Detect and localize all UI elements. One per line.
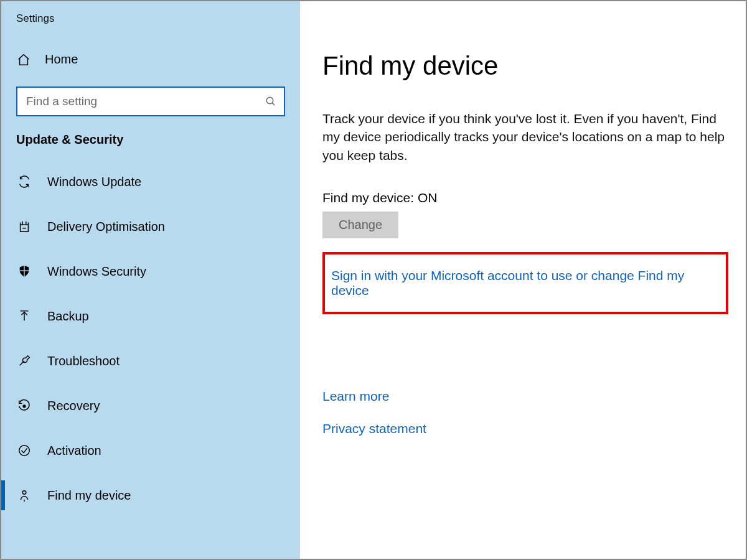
nav-label: Troubleshoot — [47, 354, 120, 368]
signin-highlight: Sign in with your Microsoft account to u… — [322, 252, 728, 314]
sidebar-item-troubleshoot[interactable]: Troubleshoot — [1, 338, 300, 383]
nav-label: Windows Update — [47, 175, 141, 189]
signin-link[interactable]: Sign in with your Microsoft account to u… — [331, 268, 720, 298]
sidebar-item-recovery[interactable]: Recovery — [1, 383, 300, 428]
location-person-icon — [16, 488, 32, 502]
nav-label: Activation — [47, 444, 101, 458]
delivery-icon — [16, 220, 32, 233]
learn-more-link[interactable]: Learn more — [322, 389, 728, 404]
search-field[interactable] — [16, 86, 285, 116]
wrench-icon — [16, 354, 32, 368]
sidebar-item-backup[interactable]: Backup — [1, 294, 300, 338]
sync-icon — [16, 175, 32, 189]
content-pane: Find my device Track your device if you … — [300, 1, 746, 559]
svg-point-9 — [19, 446, 30, 456]
section-title: Update & Security — [1, 133, 300, 159]
home-icon — [16, 53, 31, 67]
change-button[interactable]: Change — [322, 212, 398, 238]
search-icon — [265, 96, 276, 107]
sidebar-item-delivery-optimisation[interactable]: Delivery Optimisation — [1, 204, 300, 249]
page-description: Track your device if you think you've lo… — [322, 110, 728, 164]
svg-point-10 — [22, 491, 26, 495]
nav-label: Windows Security — [47, 264, 146, 279]
search-input[interactable] — [16, 86, 285, 116]
nav-label: Find my device — [47, 488, 131, 503]
backup-icon — [16, 309, 32, 323]
sidebar-item-windows-update[interactable]: Windows Update — [1, 159, 300, 204]
app-title: Settings — [1, 10, 300, 44]
find-my-device-status: Find my device: ON — [322, 190, 728, 205]
nav-label: Recovery — [47, 399, 100, 413]
sidebar-item-home[interactable]: Home — [1, 44, 300, 75]
sidebar: Settings Home Update & Security — [1, 1, 300, 559]
sidebar-item-find-my-device[interactable]: Find my device — [1, 473, 300, 518]
nav-label: Delivery Optimisation — [47, 220, 165, 234]
sidebar-item-activation[interactable]: Activation — [1, 428, 300, 473]
page-heading: Find my device — [322, 51, 728, 81]
svg-line-1 — [272, 103, 275, 105]
shield-icon — [16, 264, 32, 278]
svg-point-0 — [266, 97, 273, 104]
privacy-link[interactable]: Privacy statement — [322, 421, 728, 436]
sidebar-item-windows-security[interactable]: Windows Security — [1, 249, 300, 294]
svg-point-8 — [23, 405, 26, 408]
svg-line-7 — [20, 361, 24, 365]
nav-label: Backup — [47, 309, 89, 324]
recovery-icon — [16, 399, 32, 413]
home-label: Home — [45, 52, 78, 67]
nav-list: Windows Update Delivery Optimisation — [1, 159, 300, 518]
check-circle-icon — [16, 444, 32, 457]
